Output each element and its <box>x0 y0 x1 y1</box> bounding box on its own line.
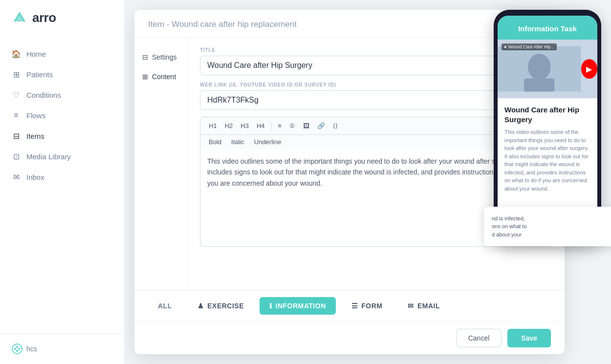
email-icon: ✉ <box>408 302 414 310</box>
svg-point-2 <box>12 344 22 354</box>
sidebar-item-conditions[interactable]: ♡ Conditions <box>0 85 124 105</box>
modal-sidebar-settings[interactable]: ⊟ Settings <box>134 47 188 67</box>
logo-text: arro <box>32 10 56 25</box>
video-label: ● Wound Care After Hip... <box>502 43 557 50</box>
toolbar-h3[interactable]: H3 <box>238 121 251 130</box>
exercise-label: EXERCISE <box>207 302 244 310</box>
modal-sidebar: ⊟ Settings ⊞ Content <box>134 38 188 290</box>
items-icon: ⊟ <box>12 131 21 140</box>
form-icon: ☰ <box>351 302 358 310</box>
content-icon: ⊞ <box>142 73 148 81</box>
main-content: Item - Wound care after hip replacement … <box>125 0 611 364</box>
sidebar-item-flows-label: Flows <box>26 111 45 120</box>
toolbar-unordered-list[interactable]: ≡ <box>276 121 284 130</box>
filter-email-button[interactable]: ✉ EMAIL <box>398 297 450 315</box>
information-label: INFORMATION <box>276 302 326 310</box>
inbox-icon: ✉ <box>12 172 21 181</box>
svg-point-6 <box>16 350 18 352</box>
toolbar-image[interactable]: 🖼 <box>301 121 312 130</box>
email-label: EMAIL <box>417 302 440 310</box>
svg-point-8 <box>528 54 551 80</box>
hcs-label: hcs <box>26 345 37 353</box>
filter-form-button[interactable]: ☰ FORM <box>342 297 393 315</box>
phone-card-title: Wound Care after Hip Surgery <box>504 105 590 124</box>
popup-text: nd is infected,ons on what tod about you… <box>492 215 527 237</box>
toolbar-link[interactable]: 🔗 <box>315 121 327 130</box>
svg-point-4 <box>16 346 18 348</box>
hcs-logo-icon <box>12 343 22 354</box>
toolbar-ordered-list[interactable]: ① <box>287 121 298 130</box>
toolbar-code[interactable]: ⟨⟩ <box>330 121 340 130</box>
sidebar-item-items[interactable]: ⊟ Items <box>0 126 124 146</box>
media-library-icon: ⊡ <box>12 152 21 161</box>
modal-footer: Cancel Save <box>134 321 565 354</box>
arro-logo-icon <box>12 10 27 25</box>
exercise-icon: ♟ <box>197 302 204 310</box>
phone-header-title: Information Task <box>504 24 590 33</box>
sidebar-item-home[interactable]: 🏠 Home <box>0 43 124 64</box>
toolbar-underline[interactable]: Underline <box>252 137 284 147</box>
filter-all-button[interactable]: ALL <box>148 297 182 315</box>
toolbar-italic[interactable]: Italic <box>229 137 247 147</box>
filter-bar: ALL ♟ EXERCISE ℹ INFORMATION ☰ FORM ✉ EM… <box>134 290 565 321</box>
sidebar-item-conditions-label: Conditions <box>26 91 61 99</box>
home-icon: 🏠 <box>12 49 21 58</box>
phone-card-text: This video outlines some of the importan… <box>504 128 590 193</box>
information-icon: ℹ <box>269 302 272 310</box>
settings-icon: ⊟ <box>142 53 148 61</box>
sidebar: arro 🏠 Home ⊞ Patients ♡ Conditions ≡ Fl… <box>0 0 125 364</box>
play-button[interactable]: ▶ <box>581 59 597 79</box>
toolbar-h4[interactable]: H4 <box>254 121 267 130</box>
sidebar-item-media-library[interactable]: ⊡ Media Library <box>0 146 124 167</box>
flows-icon: ≡ <box>12 111 21 120</box>
popup-overlay: nd is infected,ons on what tod about you… <box>484 207 611 247</box>
phone-preview: Information Task ● Wound Care After Hip.… <box>494 10 601 246</box>
save-button[interactable]: Save <box>507 329 551 347</box>
phone-video-thumbnail: ● Wound Care After Hip... ▶ <box>498 40 597 98</box>
toolbar-bold[interactable]: Bold <box>206 137 224 147</box>
toolbar-h2[interactable]: H2 <box>222 121 236 130</box>
sidebar-item-items-label: Items <box>26 132 44 140</box>
sidebar-item-patients-label: Patients <box>26 70 53 79</box>
filter-information-button[interactable]: ℹ INFORMATION <box>260 297 336 315</box>
phone-header: Information Task <box>498 16 597 40</box>
patients-icon: ⊞ <box>12 70 21 79</box>
sidebar-footer: hcs <box>0 333 124 364</box>
sidebar-item-home-label: Home <box>26 50 46 58</box>
sidebar-item-media-library-label: Media Library <box>26 152 71 161</box>
conditions-icon: ♡ <box>12 90 21 99</box>
toolbar-h1[interactable]: H1 <box>206 121 219 130</box>
content-label: Content <box>152 73 176 81</box>
filter-exercise-button[interactable]: ♟ EXERCISE <box>188 297 254 315</box>
form-label: FORM <box>361 302 382 310</box>
sidebar-item-inbox-label: Inbox <box>26 173 44 181</box>
modal-sidebar-content[interactable]: ⊞ Content <box>134 67 188 86</box>
svg-point-5 <box>18 348 20 350</box>
logo-area: arro <box>0 0 124 36</box>
settings-label: Settings <box>152 53 177 61</box>
svg-rect-9 <box>524 78 554 91</box>
phone-card-content: Wound Care after Hip Surgery This video … <box>498 98 597 199</box>
toolbar-divider-1 <box>271 122 272 130</box>
main-nav: 🏠 Home ⊞ Patients ♡ Conditions ≡ Flows ⊟… <box>0 36 124 333</box>
modal-title: Item - Wound care after hip replacement <box>148 20 297 29</box>
sidebar-item-patients[interactable]: ⊞ Patients <box>0 64 124 85</box>
sidebar-item-inbox[interactable]: ✉ Inbox <box>0 167 124 187</box>
sidebar-item-flows[interactable]: ≡ Flows <box>0 105 124 126</box>
cancel-button[interactable]: Cancel <box>456 329 502 347</box>
svg-point-3 <box>14 348 16 350</box>
